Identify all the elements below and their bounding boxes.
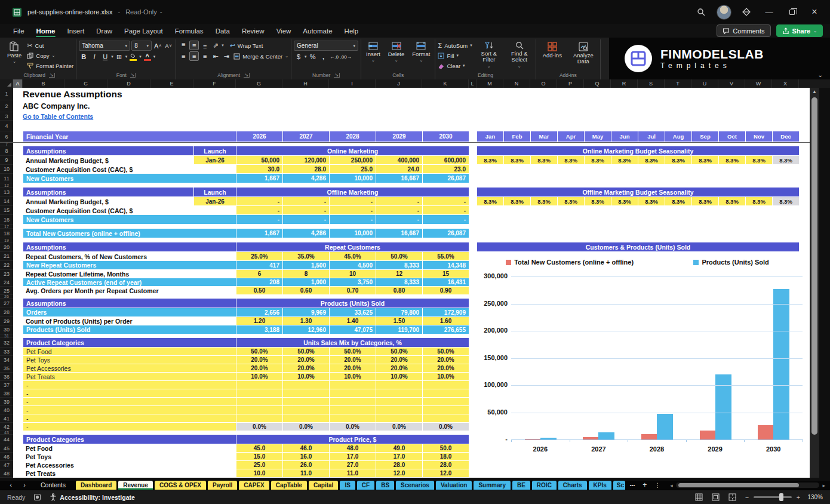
- value-cell[interactable]: [422, 389, 469, 398]
- row-label-cell[interactable]: Pet Accessories: [23, 364, 236, 373]
- value-cell[interactable]: 16,431: [422, 278, 469, 287]
- increase-decimal-button[interactable]: ←.0: [330, 52, 339, 62]
- value-cell[interactable]: 10.0%: [236, 373, 282, 381]
- column-header-s[interactable]: S: [638, 79, 665, 88]
- column-header-l[interactable]: L: [469, 79, 477, 88]
- value-cell[interactable]: [282, 389, 329, 398]
- share-button[interactable]: Share ⌄: [776, 24, 823, 37]
- month-header-cell[interactable]: Dec: [772, 131, 799, 142]
- wrap-text-button[interactable]: ↩Wrap Text: [230, 41, 263, 50]
- cell[interactable]: [13, 414, 23, 423]
- value-cell[interactable]: 0.0%: [376, 423, 422, 431]
- value-cell[interactable]: 24.0: [376, 165, 422, 174]
- row-number[interactable]: 28: [0, 308, 13, 317]
- dialog-launcher-icon[interactable]: ↘: [130, 73, 136, 78]
- sheet-tab-summary[interactable]: Summary: [474, 481, 511, 490]
- row-number[interactable]: 16: [0, 215, 13, 225]
- seasonality-cell[interactable]: 8.3%: [611, 156, 638, 165]
- month-header-cell[interactable]: Oct: [718, 131, 745, 142]
- value-cell[interactable]: [236, 414, 282, 423]
- more-sheets-icon[interactable]: •••: [627, 481, 638, 490]
- row-label-cell[interactable]: Pet Toys: [23, 453, 236, 461]
- row-number[interactable]: 14: [0, 197, 13, 206]
- value-cell[interactable]: 172,909: [422, 308, 469, 317]
- merge-center-button[interactable]: Merge & Center⌄: [233, 51, 288, 61]
- sheet-tab-be[interactable]: BE: [512, 481, 530, 490]
- row-number[interactable]: 37: [0, 381, 13, 389]
- accounting-format-button[interactable]: $: [294, 52, 303, 62]
- row-number[interactable]: 34: [0, 356, 13, 364]
- row-number[interactable]: 35: [0, 364, 13, 373]
- sheet-tab-payroll[interactable]: Payroll: [208, 481, 237, 490]
- zoom-in-button[interactable]: +: [797, 494, 800, 501]
- value-cell[interactable]: 1.60: [422, 317, 469, 325]
- cell[interactable]: [13, 444, 23, 453]
- copy-button[interactable]: Copy⌄: [27, 51, 73, 60]
- sheet-tab-captable[interactable]: CapTable: [271, 481, 307, 490]
- seasonality-cell[interactable]: 8.3%: [611, 197, 638, 206]
- row-number[interactable]: 21: [0, 252, 13, 261]
- value-cell[interactable]: 0.0%: [282, 423, 329, 431]
- restore-button[interactable]: [782, 4, 801, 20]
- column-header-k[interactable]: K: [422, 79, 469, 88]
- row-number[interactable]: 44: [0, 435, 13, 444]
- format-cells-button[interactable]: Format⌄: [410, 41, 432, 63]
- value-cell[interactable]: 10.0%: [329, 373, 376, 381]
- value-cell[interactable]: 50.0%: [236, 348, 282, 356]
- value-cell[interactable]: -: [236, 197, 282, 206]
- sheet-tab-kpis[interactable]: KPIs: [589, 481, 611, 490]
- sheet-tab-sc[interactable]: Sc: [613, 481, 625, 490]
- sort-filter-button[interactable]: Sort & Filter⌄: [475, 41, 503, 69]
- column-header-i[interactable]: I: [329, 79, 376, 88]
- sheet-tab-bs[interactable]: BS: [376, 481, 394, 490]
- section-title-cell[interactable]: Offline Marketing: [236, 188, 469, 197]
- cell[interactable]: [13, 261, 23, 270]
- value-cell[interactable]: 27.0: [329, 461, 376, 469]
- menu-tab-review[interactable]: Review: [236, 24, 270, 38]
- scroll-right-icon[interactable]: ▸: [822, 483, 825, 488]
- menu-tab-insert[interactable]: Insert: [61, 24, 90, 38]
- file-name[interactable]: pet-supplies-online-store.xlsx: [27, 8, 112, 16]
- page-break-view-button[interactable]: [728, 493, 736, 501]
- column-header-j[interactable]: J: [376, 79, 422, 88]
- seasonality-cell[interactable]: 8.3%: [557, 156, 584, 165]
- value-cell[interactable]: 276,655: [422, 325, 469, 334]
- value-cell[interactable]: 20.0%: [422, 356, 469, 364]
- row-label-cell[interactable]: -: [23, 414, 236, 423]
- row-number[interactable]: 47: [0, 461, 13, 469]
- font-color-button[interactable]: A: [143, 52, 152, 62]
- sheet-tab-revenue[interactable]: Revenue: [118, 481, 153, 490]
- section-header-cell[interactable]: Product Categories: [23, 338, 236, 348]
- cell[interactable]: [13, 146, 23, 156]
- dialog-launcher-icon[interactable]: ↘: [334, 73, 340, 78]
- column-header-d[interactable]: D: [107, 79, 150, 88]
- dialog-launcher-icon[interactable]: ↘: [244, 73, 250, 78]
- value-cell[interactable]: [422, 406, 469, 414]
- zoom-slider[interactable]: [754, 496, 792, 498]
- column-header-w[interactable]: W: [745, 79, 772, 88]
- row-label-cell[interactable]: Pet Accessories: [23, 461, 236, 469]
- cell[interactable]: [13, 188, 23, 197]
- section-header-cell[interactable]: Assumptions: [23, 299, 236, 308]
- format-painter-button[interactable]: Format Painter: [27, 61, 73, 70]
- value-cell[interactable]: 0.0%: [422, 423, 469, 431]
- value-cell[interactable]: 1.30: [282, 317, 329, 325]
- seasonality-cell[interactable]: 8.3%: [503, 197, 530, 206]
- menu-tab-formulas[interactable]: Formulas: [169, 24, 210, 38]
- value-cell[interactable]: 35.0%: [282, 252, 329, 261]
- menu-tab-file[interactable]: File: [7, 24, 30, 38]
- value-cell[interactable]: [329, 389, 376, 398]
- column-header-u[interactable]: U: [691, 79, 718, 88]
- value-cell[interactable]: 28.0: [376, 461, 422, 469]
- month-header-cell[interactable]: Jun: [611, 131, 638, 142]
- value-cell[interactable]: 50.0%: [329, 348, 376, 356]
- month-header-cell[interactable]: Jan: [477, 131, 503, 142]
- diamond-icon[interactable]: [737, 4, 756, 20]
- value-cell[interactable]: -: [282, 206, 329, 215]
- row-label-cell[interactable]: New Customers: [23, 174, 236, 183]
- align-right-button[interactable]: ≡: [200, 51, 210, 61]
- page-layout-view-button[interactable]: [712, 493, 720, 501]
- row-number[interactable]: 45: [0, 444, 13, 453]
- collapse-ribbon-button[interactable]: ⌄: [818, 72, 823, 78]
- normal-view-button[interactable]: [695, 493, 703, 501]
